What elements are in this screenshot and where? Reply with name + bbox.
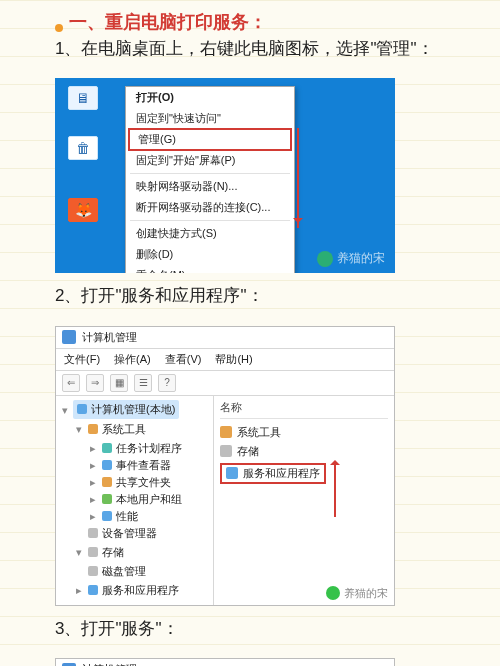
watermark: 养猫的宋 — [317, 250, 385, 267]
tree-devmgr[interactable]: 设备管理器 — [88, 525, 209, 542]
step-2-text: 2、打开"服务和应用程序"： — [55, 283, 480, 309]
folder-icon — [102, 477, 112, 487]
desktop-pc-icon[interactable]: 🖥 — [67, 86, 99, 113]
ctx-separator — [130, 220, 290, 221]
toolbar-help-icon[interactable]: ? — [158, 374, 176, 392]
tree-perf[interactable]: ▸性能 — [88, 508, 209, 525]
storage-icon — [88, 547, 98, 557]
services-icon — [226, 467, 238, 479]
watermark-text: 养猫的宋 — [344, 586, 388, 601]
device-icon — [88, 528, 98, 538]
ctx-open[interactable]: 打开(O) — [126, 87, 294, 108]
perf-icon — [102, 511, 112, 521]
event-icon — [102, 460, 112, 470]
entry-systools[interactable]: 系统工具 — [220, 423, 388, 442]
annotation-arrow-icon — [334, 462, 336, 517]
toolbar-back-icon[interactable]: ⇐ — [62, 374, 80, 392]
screenshot-1: 🖥 🗑 🦊 打开(O) 固定到"快速访问" 管理(G) 固定到"开始"屏幕(P)… — [55, 78, 395, 273]
tree-svcapp[interactable]: ▸服务和应用程序 — [74, 582, 209, 599]
ctx-pin-quick[interactable]: 固定到"快速访问" — [126, 108, 294, 129]
app-icon — [62, 330, 76, 344]
toolbar-props-icon[interactable]: ☰ — [134, 374, 152, 392]
storage-icon — [220, 445, 232, 457]
tree-storage[interactable]: ▾存储 — [74, 544, 209, 561]
menu-view[interactable]: 查看(V) — [165, 352, 202, 367]
tree-root[interactable]: 计算机管理(本地) — [73, 400, 179, 419]
entry-storage[interactable]: 存储 — [220, 442, 388, 461]
menubar: 文件(F) 操作(A) 查看(V) 帮助(H) — [56, 349, 394, 371]
tree-users[interactable]: ▸本地用户和组 — [88, 491, 209, 508]
ctx-separator — [130, 173, 290, 174]
toolbar-forward-icon[interactable]: ⇒ — [86, 374, 104, 392]
col-name[interactable]: 名称 — [220, 400, 242, 415]
context-menu: 打开(O) 固定到"快速访问" 管理(G) 固定到"开始"屏幕(P) 映射网络驱… — [125, 86, 295, 273]
users-icon — [102, 494, 112, 504]
ctx-delete[interactable]: 删除(D) — [126, 244, 294, 265]
wechat-icon — [317, 251, 333, 267]
right-pane: 名称 系统工具 存储 服务和应用程序 .right-pane .red-arro… — [214, 396, 394, 605]
tree-diskmgr[interactable]: 磁盘管理 — [88, 563, 209, 580]
ctx-rename[interactable]: 重命名(M) — [126, 265, 294, 273]
app-icon: 🦊 — [68, 198, 98, 222]
step-3-text: 3、打开"服务"： — [55, 616, 480, 642]
ctx-manage[interactable]: 管理(G) — [128, 128, 292, 151]
wechat-icon — [326, 586, 340, 600]
toolbar: ⇐ ⇒ ▦ ☰ ? — [56, 371, 394, 396]
tree-eventvwr[interactable]: ▸事件查看器 — [88, 457, 209, 474]
tools-icon — [220, 426, 232, 438]
tree-pane: ▾ 计算机管理(本地) ▾系统工具 ▸任务计划程序 ▸事件查看器 ▸共享文件夹 … — [56, 396, 214, 605]
menu-action[interactable]: 操作(A) — [114, 352, 151, 367]
window-title: 计算机管理 — [82, 330, 137, 345]
monitor-icon: 🖥 — [68, 86, 98, 110]
services-icon — [88, 585, 98, 595]
trash-icon: 🗑 — [68, 136, 98, 160]
tree-systools[interactable]: ▾系统工具 — [74, 421, 209, 438]
desktop-app-icon[interactable]: 🦊 — [67, 198, 99, 225]
ctx-shortcut[interactable]: 创建快捷方式(S) — [126, 223, 294, 244]
menu-help[interactable]: 帮助(H) — [215, 352, 252, 367]
tree-scheduler[interactable]: ▸任务计划程序 — [88, 440, 209, 457]
screenshot-2: 计算机管理 文件(F) 操作(A) 查看(V) 帮助(H) ⇐ ⇒ ▦ ☰ ? … — [55, 326, 395, 606]
ctx-map-drive[interactable]: 映射网络驱动器(N)... — [126, 176, 294, 197]
tree-shared[interactable]: ▸共享文件夹 — [88, 474, 209, 491]
step-1-text: 1、在电脑桌面上，右键此电脑图标，选择"管理"： — [55, 36, 480, 62]
tools-icon — [88, 424, 98, 434]
ctx-disconnect[interactable]: 断开网络驱动器的连接(C)... — [126, 197, 294, 218]
window-titlebar: 计算机管理 — [56, 659, 394, 666]
watermark-text: 养猫的宋 — [337, 250, 385, 267]
app-icon — [62, 663, 76, 666]
disk-icon — [88, 566, 98, 576]
entry-svcapp[interactable]: 服务和应用程序 — [220, 461, 388, 486]
window-titlebar: 计算机管理 — [56, 327, 394, 349]
clock-icon — [102, 443, 112, 453]
ctx-pin-start[interactable]: 固定到"开始"屏幕(P) — [126, 150, 294, 171]
section-title: 一、重启电脑打印服务： — [69, 10, 267, 34]
window-title: 计算机管理 — [82, 662, 137, 666]
screenshot-3: 计算机管理 文件(F) 操作(A) 查看(V) 帮助(H) ⇐ ⇒ ▦ ◧ ⟳ … — [55, 658, 395, 666]
menu-file[interactable]: 文件(F) — [64, 352, 100, 367]
recycle-bin-icon[interactable]: 🗑 — [67, 136, 99, 163]
toolbar-folder-icon[interactable]: ▦ — [110, 374, 128, 392]
annotation-arrow-icon — [297, 128, 299, 228]
watermark: 养猫的宋 — [326, 586, 388, 601]
bullet-icon — [55, 24, 63, 32]
computer-icon — [77, 404, 87, 414]
